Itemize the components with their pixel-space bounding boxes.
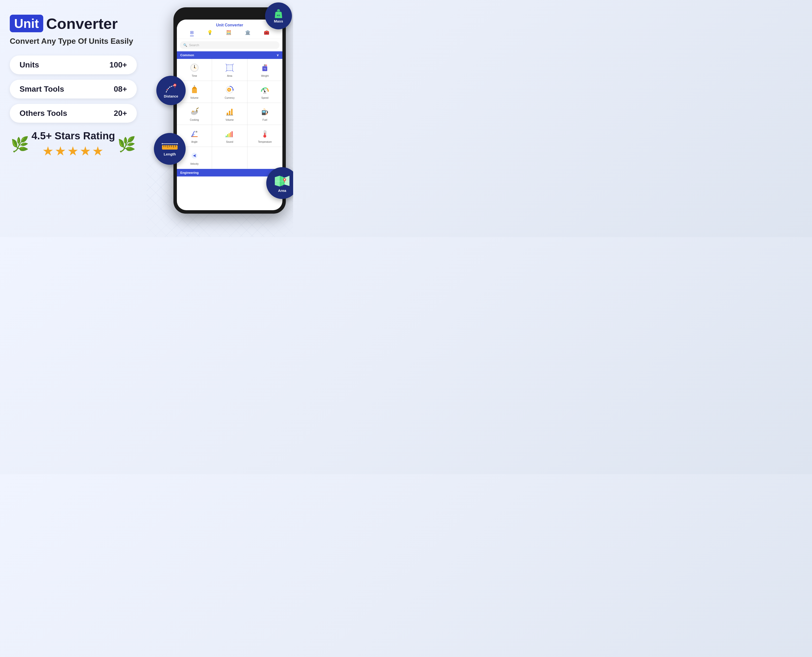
volume-icon bbox=[189, 84, 200, 95]
svg-rect-31 bbox=[229, 111, 230, 115]
mass-icon: KG KG bbox=[273, 9, 284, 19]
nav-bank-icon[interactable]: 🏛️ bbox=[245, 30, 250, 36]
laurel-right-icon: 🌿 bbox=[118, 135, 136, 153]
time-label: Time bbox=[192, 75, 197, 77]
grid-item-temperature[interactable]: Temperature bbox=[247, 125, 283, 147]
data-volume-label: Volume bbox=[225, 118, 233, 121]
others-tools-label: Others Tools bbox=[20, 109, 67, 118]
temperature-icon bbox=[259, 128, 270, 139]
area-label: Area bbox=[227, 75, 232, 77]
map-icon bbox=[274, 174, 290, 188]
grid-item-empty2 bbox=[212, 147, 247, 169]
svg-rect-45 bbox=[230, 132, 231, 137]
svg-text:€: € bbox=[228, 89, 230, 91]
velocity-row: Velocity bbox=[177, 147, 283, 169]
engineering-section-header: Engineering bbox=[177, 169, 283, 176]
speed-label: Speed bbox=[261, 97, 269, 99]
chevron-down-icon: ∨ bbox=[276, 53, 279, 57]
nav-grid-icon[interactable]: ⊞ bbox=[190, 30, 194, 36]
time-icon bbox=[189, 62, 200, 73]
currency-label: Currency bbox=[225, 97, 235, 99]
grid-item-currency[interactable]: € Currency bbox=[212, 81, 247, 103]
area-label: Area bbox=[278, 188, 286, 193]
svg-line-13 bbox=[226, 71, 227, 72]
fuel-label: Fuel bbox=[262, 118, 267, 121]
svg-text:km/h: km/h bbox=[263, 92, 267, 94]
svg-point-15 bbox=[264, 64, 266, 66]
common-section-label: Common bbox=[180, 53, 194, 57]
converter-title: Converter bbox=[46, 15, 118, 32]
subtitle-text: Convert Any Type Of Units Easily bbox=[10, 37, 151, 46]
sound-label: Sound bbox=[226, 140, 233, 143]
engineering-section-label: Engineering bbox=[180, 171, 199, 174]
phone-notch bbox=[215, 11, 244, 17]
temperature-label: Temperature bbox=[258, 140, 272, 143]
svg-point-27 bbox=[191, 111, 197, 115]
svg-line-10 bbox=[226, 64, 227, 65]
grid-item-cooking[interactable]: Cooking bbox=[177, 103, 212, 125]
volume-label: Volume bbox=[190, 97, 198, 99]
weight-icon: kg bbox=[259, 62, 270, 73]
svg-line-28 bbox=[196, 108, 198, 109]
mass-label: Mass bbox=[274, 19, 283, 23]
units-stat-card: Units 100+ bbox=[10, 56, 137, 74]
area-icon bbox=[224, 62, 235, 73]
cooking-label: Cooking bbox=[190, 118, 199, 121]
others-tools-value: 20+ bbox=[114, 109, 127, 118]
svg-point-16 bbox=[265, 64, 267, 66]
weight-label: Weight bbox=[261, 75, 269, 77]
svg-rect-44 bbox=[229, 133, 230, 137]
grid-item-empty3 bbox=[247, 147, 283, 169]
grid-item-time[interactable]: Time bbox=[177, 59, 212, 81]
search-placeholder-text: Search bbox=[189, 43, 199, 47]
svg-line-12 bbox=[233, 71, 233, 72]
sound-icon bbox=[224, 128, 235, 139]
grid-item-data-volume[interactable]: Volume bbox=[212, 103, 247, 125]
distance-badge: Distance bbox=[156, 76, 186, 105]
nav-tools-icon[interactable]: 🧰 bbox=[264, 30, 269, 36]
units-value: 100+ bbox=[109, 61, 127, 69]
svg-line-11 bbox=[233, 64, 233, 65]
unit-badge: Unit bbox=[10, 15, 43, 32]
svg-rect-14 bbox=[227, 65, 233, 71]
grid-item-fuel[interactable]: Fuel bbox=[247, 103, 283, 125]
smart-tools-stat-card: Smart Tools 08+ bbox=[10, 80, 137, 98]
svg-point-50 bbox=[263, 135, 266, 138]
svg-rect-32 bbox=[231, 109, 233, 115]
grid-item-speed[interactable]: km/h Speed bbox=[247, 81, 283, 103]
velocity-label: Velocity bbox=[190, 162, 198, 165]
distance-icon bbox=[165, 83, 177, 94]
data-volume-icon bbox=[224, 106, 235, 117]
velocity-icon bbox=[189, 150, 200, 161]
units-label: Units bbox=[20, 61, 39, 69]
left-panel: Unit Converter Convert Any Type Of Units… bbox=[10, 15, 151, 158]
angle-label: Angle bbox=[191, 140, 198, 143]
svg-marker-68 bbox=[177, 143, 178, 145]
svg-text:KG: KG bbox=[277, 10, 280, 12]
distance-label: Distance bbox=[164, 94, 178, 98]
nav-calc-icon[interactable]: 🧮 bbox=[226, 30, 231, 36]
search-icon: 🔍 bbox=[183, 43, 187, 47]
currency-icon: € bbox=[224, 84, 235, 95]
phone-container: KG KG Mass Unit Converter ⊞ 💡 🧮 🏛️ 🧰 🔍 S… bbox=[174, 7, 286, 213]
svg-rect-46 bbox=[231, 131, 233, 137]
svg-rect-43 bbox=[227, 134, 228, 137]
phone-app-title: Unit Converter bbox=[181, 23, 278, 27]
search-bar[interactable]: 🔍 Search bbox=[180, 41, 279, 49]
grid-item-sound[interactable]: Sound bbox=[212, 125, 247, 147]
angle-icon bbox=[189, 128, 200, 139]
laurel-left-icon: 🌿 bbox=[11, 135, 29, 153]
common-grid: Time Area bbox=[177, 59, 283, 147]
others-tools-stat-card: Others Tools 20+ bbox=[10, 104, 137, 123]
svg-point-57 bbox=[174, 84, 175, 86]
svg-rect-35 bbox=[262, 111, 265, 113]
svg-rect-42 bbox=[226, 135, 227, 137]
title-row: Unit Converter bbox=[10, 15, 151, 32]
mass-badge: KG KG Mass bbox=[265, 2, 292, 30]
svg-text:kg: kg bbox=[264, 67, 266, 70]
svg-text:KG: KG bbox=[277, 14, 280, 17]
grid-item-weight[interactable]: kg Weight bbox=[247, 59, 283, 81]
grid-item-area[interactable]: Area bbox=[212, 59, 247, 81]
smart-tools-value: 08+ bbox=[114, 84, 127, 93]
nav-bulb-icon[interactable]: 💡 bbox=[207, 30, 213, 36]
